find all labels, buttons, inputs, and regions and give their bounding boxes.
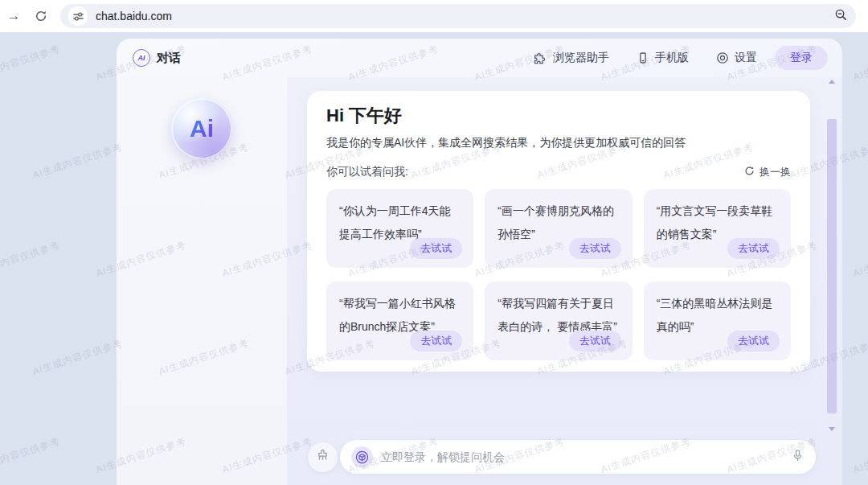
message-input[interactable] — [381, 450, 783, 463]
try-it-button[interactable]: 去试试 — [569, 238, 621, 259]
try-it-button[interactable]: 去试试 — [569, 331, 621, 351]
nav-item-label: 设置 — [735, 51, 757, 65]
phone-icon — [637, 51, 649, 64]
scrollbar-down-arrow[interactable] — [829, 427, 835, 431]
page-background: AI 对话 浏览器助手手机版设置 登录 Ai Hi 下午好 我是你的专属A — [0, 32, 868, 485]
broom-icon — [315, 448, 330, 466]
try-it-button[interactable]: 去试试 — [727, 331, 780, 351]
app-window: AI 对话 浏览器助手手机版设置 登录 Ai Hi 下午好 我是你的专属A — [117, 39, 842, 485]
settings-icon — [716, 51, 729, 64]
suggestion-card[interactable]: “画一个赛博朋克风格的孙悟空”去试试 — [485, 189, 632, 268]
microphone-button[interactable] — [791, 449, 805, 465]
nav-item-phone[interactable]: 手机版 — [637, 51, 689, 65]
sidebar: Ai — [117, 77, 287, 485]
app-header: AI 对话 浏览器助手手机版设置 登录 — [117, 39, 842, 77]
greeting-heading: Hi 下午好 — [326, 104, 791, 128]
header-nav: 浏览器助手手机版设置 — [534, 51, 757, 65]
scrollbar-up-arrow[interactable] — [829, 80, 835, 84]
try-it-button[interactable]: 去试试 — [727, 238, 780, 259]
try-it-button[interactable]: 去试试 — [410, 238, 462, 259]
ai-logo-text: Ai — [190, 117, 214, 141]
app-logo-icon: AI — [133, 49, 150, 67]
page-title: 对话 — [157, 51, 181, 66]
screen: → chat.baidu.com — [0, 0, 868, 485]
suggestion-card[interactable]: “帮我写一篇小红书风格的Brunch探店文案”去试试 — [326, 282, 473, 360]
address-bar[interactable]: chat.baidu.com — [60, 4, 856, 28]
prompt-row: 你可以试着问我: 换一换 — [326, 165, 791, 179]
site-settings-icon[interactable] — [68, 6, 88, 26]
nav-item-puzzle[interactable]: 浏览器助手 — [534, 51, 609, 65]
greeting-subtitle: 我是你的专属AI伙伴，集成全网搜索结果，为你提供更加权威可信的回答 — [326, 136, 791, 150]
ai-bubble-logo-icon: Ai — [171, 98, 232, 159]
browser-toolbar: → chat.baidu.com — [0, 0, 868, 32]
nav-item-settings[interactable]: 设置 — [716, 51, 757, 65]
suggestion-card[interactable]: “用文言文写一段卖草鞋的销售文案”去试试 — [644, 189, 791, 268]
reload-icon[interactable] — [27, 2, 55, 30]
refresh-suggestions-button[interactable]: 换一换 — [744, 165, 791, 179]
forward-arrow-icon[interactable]: → — [0, 2, 27, 30]
login-button[interactable]: 登录 — [775, 46, 828, 70]
ai-cube-icon — [351, 446, 373, 468]
url-text: chat.baidu.com — [96, 10, 172, 23]
suggestion-card[interactable]: “帮我写四篇有关于夏日表白的诗， 要情感丰富”去试试 — [485, 282, 632, 360]
microphone-icon — [791, 449, 805, 465]
try-it-button[interactable]: 去试试 — [410, 331, 462, 351]
prompt-label: 你可以试着问我: — [326, 165, 408, 179]
input-row — [308, 440, 816, 474]
refresh-label: 换一换 — [760, 165, 791, 179]
nav-item-label: 手机版 — [655, 51, 689, 65]
message-input-container[interactable] — [340, 440, 816, 474]
suggestion-cards: “你认为一周工作4天能提高工作效率吗”去试试“画一个赛博朋克风格的孙悟空”去试试… — [326, 189, 791, 360]
scrollbar — [827, 77, 837, 434]
nav-item-label: 浏览器助手 — [553, 51, 609, 65]
suggestion-card[interactable]: “三体的黑暗丛林法则是真的吗”去试试 — [644, 282, 791, 360]
chat-area: Hi 下午好 我是你的专属AI伙伴，集成全网搜索结果，为你提供更加权威可信的回答… — [287, 77, 842, 485]
suggestion-card[interactable]: “你认为一周工作4天能提高工作效率吗”去试试 — [326, 189, 473, 268]
puzzle-icon — [534, 51, 547, 65]
zoom-out-icon[interactable] — [834, 8, 848, 25]
welcome-card: Hi 下午好 我是你的专属AI伙伴，集成全网搜索结果，为你提供更加权威可信的回答… — [307, 91, 810, 372]
clear-chat-button[interactable] — [308, 442, 338, 472]
app-body: Ai Hi 下午好 我是你的专属AI伙伴，集成全网搜索结果，为你提供更加权威可信… — [117, 77, 842, 485]
refresh-icon — [744, 165, 755, 179]
scrollbar-thumb[interactable] — [827, 119, 837, 413]
